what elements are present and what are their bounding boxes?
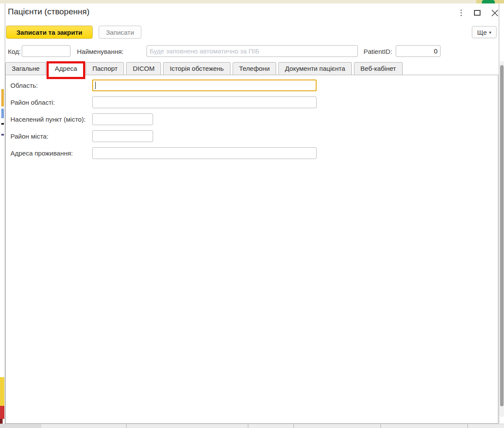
tab-telefony[interactable]: Телефони: [233, 62, 277, 75]
name-label: Найменування:: [77, 48, 123, 55]
tab-dokumenty-patsienta[interactable]: Документи пацієнта: [278, 62, 351, 75]
background-column-separator: [248, 424, 248, 428]
tab-pasport[interactable]: Паспорт: [86, 62, 124, 75]
background-scrollbar-thumb[interactable]: [500, 65, 504, 406]
save-button[interactable]: Записати: [99, 26, 141, 39]
background-window-green-tab: [482, 0, 495, 3]
window-controls: [459, 8, 499, 18]
tab-veb-kabinet[interactable]: Веб-кабінет: [354, 62, 403, 75]
tab-istoriya-obstezhen[interactable]: Історія обстежень: [163, 62, 230, 75]
close-icon[interactable]: [491, 9, 499, 17]
chevron-down-icon: ▾: [489, 30, 491, 35]
background-column-separator: [381, 424, 381, 428]
name-input[interactable]: [147, 45, 358, 57]
address-tab-panel: Область: Район області: Населений пункт …: [5, 75, 498, 424]
background-bottom-segment: [0, 424, 41, 428]
text-caret: [95, 82, 96, 89]
adresa-prozhyvannya-label: Адреса проживання:: [10, 147, 73, 159]
naselenyi-punkt-label: Населений пункт (місто):: [10, 113, 86, 125]
rayon-oblasti-input[interactable]: [92, 96, 317, 108]
background-fragment-purple: [1, 134, 4, 136]
more-menu-icon[interactable]: [459, 8, 464, 18]
patient-id-input[interactable]: [396, 45, 441, 57]
background-window-top-strip: [0, 0, 504, 3]
more-actions-label: Ще: [477, 29, 487, 36]
oblast-input[interactable]: [92, 80, 317, 91]
screenshot-root: Пацієнти (створення) Записати та закрити…: [0, 0, 504, 428]
background-column-separator: [294, 424, 294, 428]
tab-dicom[interactable]: DICOM: [126, 62, 161, 75]
naselenyi-punkt-input[interactable]: [92, 113, 153, 125]
background-fragment-blue: [1, 109, 4, 118]
background-fragment-yellow: [1, 89, 4, 106]
rayon-mista-input[interactable]: [92, 130, 153, 142]
background-fragment-red: [0, 406, 4, 419]
tab-bar: Загальне Адреса Паспорт DICOM Історія об…: [5, 62, 403, 75]
tab-adresa[interactable]: Адреса: [48, 62, 83, 75]
tab-adresa-label: Адреса: [55, 65, 77, 72]
background-fragment-yellow-tall: [0, 377, 4, 406]
adresa-prozhyvannya-input[interactable]: [92, 147, 317, 159]
oblast-label: Область:: [10, 80, 38, 91]
background-fragment-maroon: [0, 419, 3, 424]
maximize-icon[interactable]: [474, 10, 481, 16]
code-label: Код:: [8, 48, 21, 55]
background-fragment-dark: [1, 123, 4, 125]
save-and-close-button[interactable]: Записати та закрити: [6, 26, 93, 39]
code-input[interactable]: [22, 45, 70, 57]
rayon-mista-label: Район міста:: [10, 130, 48, 142]
more-actions-button[interactable]: Ще ▾: [472, 26, 497, 38]
background-window-bottom-strip: [0, 424, 504, 428]
patient-id-label: PatientID:: [364, 48, 392, 55]
tab-zagalne[interactable]: Загальне: [5, 62, 46, 75]
rayon-oblasti-label: Район області:: [10, 96, 55, 108]
background-column-separator: [467, 424, 468, 428]
background-column-separator: [126, 424, 127, 428]
window-title: Пацієнти (створення): [8, 7, 90, 17]
background-scrollbar-track[interactable]: [500, 61, 504, 417]
